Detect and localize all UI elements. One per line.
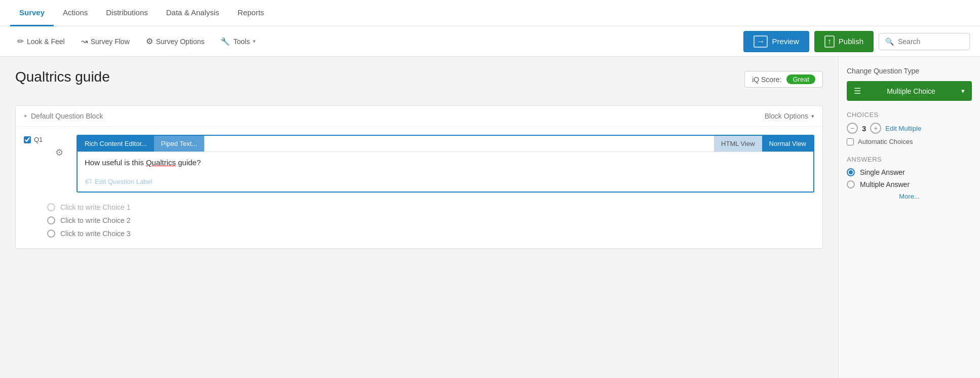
right-panel: Change Question Type ☰ Multiple Choice ▾… (838, 57, 980, 378)
flow-icon: ↝ (81, 36, 88, 46)
single-answer-label: Single Answer (860, 168, 905, 176)
survey-options-button[interactable]: ⚙ Survey Options (139, 32, 212, 50)
single-answer-radio[interactable] (847, 168, 855, 176)
tag-icon: 🏷 (85, 177, 92, 185)
publish-button[interactable]: ↑ Publish (814, 31, 874, 52)
tab-html-view-label: HTML View (721, 140, 755, 147)
nav-item-data-analysis[interactable]: Data & Analysis (157, 0, 229, 26)
answer-option-single[interactable]: Single Answer (847, 168, 972, 176)
answers-section: Answers Single Answer Multiple Answer Mo… (847, 156, 972, 200)
toolbar-right: → Preview ↑ Publish 🔍 (743, 31, 970, 52)
question-checkbox-label: Q1 (24, 135, 49, 143)
question-id-label: Q1 (34, 136, 43, 143)
look-feel-label: Look & Feel (27, 37, 65, 46)
choice-text-1: Click to write Choice 1 (60, 203, 131, 211)
more-link[interactable]: More... (847, 193, 972, 200)
nav-label-data-analysis: Data & Analysis (166, 8, 219, 17)
wrench-icon: 🔧 (220, 37, 230, 46)
question-block: ▾ Default Question Block Block Options ▾… (15, 105, 823, 249)
decrease-choices-button[interactable]: − (847, 123, 858, 134)
nav-item-actions[interactable]: Actions (54, 0, 97, 26)
edit-multiple-link[interactable]: Edit Multiple (885, 125, 921, 132)
search-icon: 🔍 (885, 37, 894, 46)
choices-count: 3 (862, 124, 866, 133)
search-box[interactable]: 🔍 (879, 33, 970, 50)
block-title-text: Default Question Block (31, 112, 103, 120)
chevron-down-icon: ▾ (253, 38, 256, 45)
choices-section: Choices − 3 + Edit Multiple Automatic Ch… (847, 111, 972, 145)
automatic-choices-checkbox[interactable] (847, 138, 854, 145)
increase-choices-button[interactable]: + (870, 123, 881, 134)
block-title: ▾ Default Question Block (24, 112, 765, 120)
label-placeholder-text: Edit Question Label (95, 178, 152, 185)
nav-item-reports[interactable]: Reports (229, 0, 274, 26)
look-feel-button[interactable]: ✏ Look & Feel (10, 32, 72, 50)
edit-question-label-hint[interactable]: 🏷 Edit Question Label (85, 177, 806, 185)
nav-label-distributions: Distributions (106, 8, 148, 17)
iq-score-container: iQ Score: Great (744, 71, 823, 88)
choices-count-row: − 3 + Edit Multiple (847, 123, 972, 134)
survey-area: Qualtrics guide iQ Score: Great ▾ Defaul… (0, 57, 838, 378)
automatic-choices-label: Automatic Choices (858, 138, 913, 145)
preview-button[interactable]: → Preview (743, 31, 809, 52)
iq-score-badge: Great (786, 74, 815, 84)
view-tabs: HTML View Normal View (714, 136, 813, 152)
automatic-choices-row: Automatic Choices (847, 138, 972, 145)
choice-radio-1 (47, 203, 55, 211)
choice-text-3: Click to write Choice 3 (60, 230, 131, 238)
question-editor: Rich Content Editor... Piped Text... HTM… (77, 135, 814, 193)
preview-label: Preview (772, 37, 799, 46)
choices-list: Click to write Choice 1 Click to write C… (16, 201, 822, 248)
choice-item-1[interactable]: Click to write Choice 1 (47, 201, 814, 214)
choices-section-label: Choices (847, 111, 972, 119)
survey-title: Qualtrics guide (15, 69, 110, 85)
block-options-button[interactable]: Block Options ▾ (765, 112, 814, 120)
nav-label-actions: Actions (63, 8, 88, 17)
multiple-answer-label: Multiple Answer (860, 180, 910, 188)
question-checkbox[interactable] (24, 136, 31, 143)
publish-label: Publish (839, 37, 863, 46)
choice-radio-2 (47, 216, 55, 224)
question-type-dropdown[interactable]: ☰ Multiple Choice ▾ (847, 81, 972, 101)
gear-icon: ⚙ (146, 36, 153, 46)
tab-piped-text-label: Piped Text... (161, 140, 197, 147)
answer-option-multiple[interactable]: Multiple Answer (847, 180, 972, 188)
nav-item-survey[interactable]: Survey (10, 0, 54, 26)
choice-radio-3 (47, 230, 55, 238)
tab-piped-text[interactable]: Piped Text... (154, 136, 204, 152)
tab-rich-content-label: Rich Content Editor... (85, 140, 147, 147)
question-gear-icon[interactable]: ⚙ (55, 147, 63, 158)
question-content: How useful is this Qualtrics guide? 🏷 Ed… (78, 152, 813, 192)
editor-tabs: Rich Content Editor... Piped Text... HTM… (78, 136, 813, 152)
question-row: Q1 ⚙ Rich Content Editor... Piped Text..… (16, 127, 822, 201)
choice-text-2: Click to write Choice 2 (60, 216, 131, 224)
paintbrush-icon: ✏ (17, 36, 24, 46)
multiple-answer-radio[interactable] (847, 180, 855, 188)
main-content: Qualtrics guide iQ Score: Great ▾ Defaul… (0, 57, 980, 378)
choice-item-2[interactable]: Click to write Choice 2 (47, 214, 814, 227)
nav-label-reports: Reports (238, 8, 265, 17)
collapse-icon[interactable]: ▾ (24, 112, 27, 120)
top-navigation: Survey Actions Distributions Data & Anal… (0, 0, 980, 26)
tools-button[interactable]: 🔧 Tools ▾ (213, 33, 263, 50)
iq-score-label: iQ Score: (752, 75, 781, 84)
list-icon: ☰ (854, 86, 861, 96)
answers-section-label: Answers (847, 156, 972, 163)
question-type-label: Multiple Choice (887, 87, 935, 95)
change-question-type-label: Change Question Type (847, 67, 972, 75)
question-text-field[interactable]: How useful is this Qualtrics guide? (85, 158, 806, 174)
block-options-chevron-icon: ▾ (811, 113, 814, 120)
tab-normal-view-label: Normal View (769, 140, 806, 147)
block-header: ▾ Default Question Block Block Options ▾ (16, 106, 822, 127)
question-settings[interactable]: ⚙ (55, 135, 70, 158)
preview-icon: → (753, 35, 768, 48)
tab-normal-view[interactable]: Normal View (762, 136, 813, 152)
tab-rich-content-editor[interactable]: Rich Content Editor... (78, 136, 154, 152)
tab-html-view[interactable]: HTML View (714, 136, 762, 152)
chevron-down-icon: ▾ (961, 87, 965, 95)
publish-icon: ↑ (824, 35, 835, 48)
survey-flow-button[interactable]: ↝ Survey Flow (74, 32, 137, 50)
search-input[interactable] (898, 37, 963, 46)
choice-item-3[interactable]: Click to write Choice 3 (47, 227, 814, 240)
nav-item-distributions[interactable]: Distributions (97, 0, 157, 26)
